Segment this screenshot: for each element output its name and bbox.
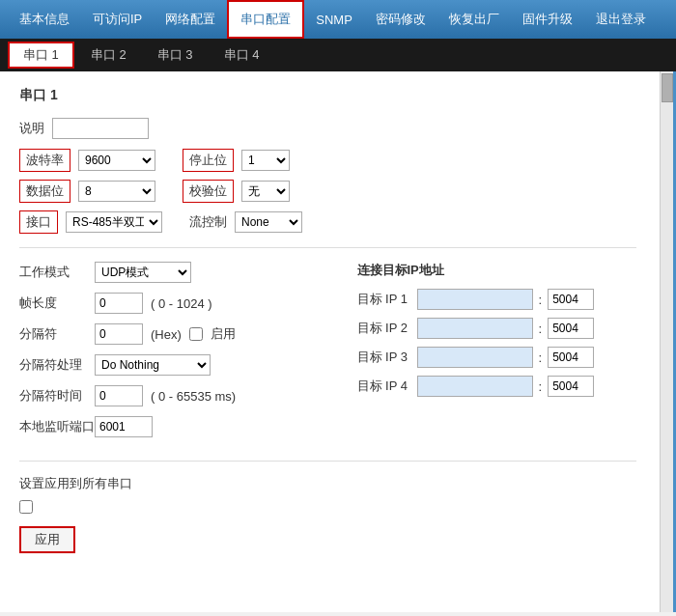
- parity-label: 校验位: [183, 180, 234, 203]
- target-ip2-input[interactable]: [417, 318, 533, 339]
- interface-flow-row: 接口 RS-485半双工 RS-232 RS-422全双工 流控制 None H…: [19, 210, 636, 234]
- nav-network-config[interactable]: 网络配置: [154, 0, 227, 39]
- nav-logout[interactable]: 退出登录: [584, 0, 658, 39]
- delim-proc-select[interactable]: Do Nothing Strip Delimiter Forward With …: [95, 354, 211, 376]
- local-port-row: 本地监听端口: [19, 416, 299, 437]
- desc-input[interactable]: [52, 118, 149, 139]
- target-ip1-label: 目标 IP 1: [357, 291, 411, 308]
- desc-row: 说明: [19, 118, 636, 139]
- target-ip1-port-sep: :: [539, 293, 543, 307]
- divider1: [19, 247, 636, 248]
- apply-all-checkbox-row: [19, 500, 636, 517]
- delim-proc-row: 分隔符处理 Do Nothing Strip Delimiter Forward…: [19, 354, 299, 376]
- baud-select[interactable]: 9600 300 600 1200 2400 4800 19200 38400 …: [78, 150, 155, 171]
- data-label: 数据位: [19, 180, 70, 203]
- work-mode-select[interactable]: UDP模式 TCP服务器 TCP客户端: [95, 262, 191, 283]
- nav-basic-info[interactable]: 基本信息: [8, 0, 81, 39]
- target-ip4-row: 目标 IP 4 :: [357, 376, 637, 397]
- target-ip3-row: 目标 IP 3 :: [357, 347, 637, 368]
- tab-bar: 串口 1 串口 2 串口 3 串口 4: [0, 39, 676, 71]
- target-ip3-input[interactable]: [417, 347, 533, 368]
- target-ip4-port-sep: :: [539, 379, 543, 394]
- apply-all-row: 设置应用到所有串口: [19, 475, 636, 492]
- target-ip1-row: 目标 IP 1 :: [357, 289, 637, 310]
- databit-parity-row: 数据位 8 5 6 7 校验位 无 奇 偶: [19, 180, 636, 203]
- baud-stopbit-row: 波特率 9600 300 600 1200 2400 4800 19200 38…: [19, 149, 636, 172]
- data-select[interactable]: 8 5 6 7: [78, 181, 155, 202]
- tab-port4[interactable]: 串口 4: [210, 42, 274, 69]
- apply-button[interactable]: 应用: [19, 526, 75, 553]
- nav-password-change[interactable]: 密码修改: [364, 0, 437, 39]
- nav-firmware-upgrade[interactable]: 固件升级: [511, 0, 584, 39]
- apply-all-label: 设置应用到所有串口: [19, 475, 132, 492]
- stop-label: 停止位: [183, 149, 234, 172]
- target-title: 连接目标IP地址: [357, 262, 637, 279]
- target-ip4-label: 目标 IP 4: [357, 378, 411, 395]
- interface-select[interactable]: RS-485半双工 RS-232 RS-422全双工: [66, 211, 162, 233]
- target-ip2-port-sep: :: [539, 322, 543, 336]
- tab-port2[interactable]: 串口 2: [76, 42, 141, 69]
- target-ip4-input[interactable]: [417, 376, 533, 397]
- local-port-input[interactable]: [95, 416, 153, 437]
- target-ip2-port-input[interactable]: [548, 318, 594, 339]
- section-title: 串口 1: [19, 87, 636, 104]
- tab-port1[interactable]: 串口 1: [8, 42, 74, 69]
- apply-all-checkbox[interactable]: [19, 500, 33, 514]
- frame-label: 帧长度: [19, 294, 87, 312]
- delim-time-row: 分隔符时间 ( 0 - 65535 ms): [19, 385, 299, 406]
- delim-time-input[interactable]: [95, 385, 143, 406]
- bottom-section: 设置应用到所有串口 应用: [19, 475, 636, 553]
- tab-port3[interactable]: 串口 3: [143, 42, 208, 69]
- baud-label: 波特率: [19, 149, 70, 172]
- work-left: 工作模式 UDP模式 TCP服务器 TCP客户端 帧长度 ( 0 - 1024 …: [19, 262, 299, 447]
- nav-snmp[interactable]: SNMP: [304, 0, 364, 39]
- desc-label: 说明: [19, 120, 44, 137]
- nav-serial-config[interactable]: 串口配置: [227, 0, 304, 39]
- parity-select[interactable]: 无 奇 偶: [241, 181, 290, 202]
- stop-select[interactable]: 1 2: [241, 150, 290, 171]
- target-ip1-input[interactable]: [417, 289, 533, 310]
- target-ip3-label: 目标 IP 3: [357, 349, 411, 366]
- delim-enable-label: 启用: [211, 325, 236, 343]
- flow-select[interactable]: None Hardware Software: [235, 211, 302, 233]
- main-content: 串口 1 说明 波特率 9600 300 600 1200 2400 4800 …: [0, 71, 676, 612]
- frame-range: ( 0 - 1024 ): [151, 296, 212, 311]
- delim-time-range: ( 0 - 65535 ms): [151, 389, 236, 404]
- target-ip1-port-input[interactable]: [548, 289, 594, 310]
- work-mode-row: 工作模式 UDP模式 TCP服务器 TCP客户端: [19, 262, 299, 283]
- work-right: 连接目标IP地址 目标 IP 1 : 目标 IP 2 : 目标: [357, 262, 637, 447]
- target-ip2-row: 目标 IP 2 :: [357, 318, 637, 339]
- delim-row: 分隔符 (Hex) 启用: [19, 323, 299, 345]
- target-ip2-label: 目标 IP 2: [357, 320, 411, 337]
- local-port-label: 本地监听端口: [19, 418, 87, 435]
- work-mode-label: 工作模式: [19, 264, 87, 281]
- delim-label: 分隔符: [19, 325, 87, 343]
- target-ip3-port-input[interactable]: [548, 347, 594, 368]
- scrollbar-thumb: [662, 73, 673, 102]
- delim-hex: (Hex): [151, 327, 182, 342]
- delim-proc-label: 分隔符处理: [19, 356, 87, 374]
- flow-label: 流控制: [189, 213, 227, 231]
- scrollbar[interactable]: [660, 71, 673, 612]
- target-ip3-port-sep: :: [539, 350, 543, 365]
- nav-accessible-ip[interactable]: 可访问IP: [81, 0, 154, 39]
- frame-input[interactable]: [95, 293, 143, 314]
- divider2: [19, 461, 636, 462]
- nav-factory-restore[interactable]: 恢复出厂: [437, 0, 511, 39]
- delim-time-label: 分隔符时间: [19, 387, 87, 405]
- delim-input[interactable]: [95, 323, 143, 345]
- target-ip4-port-input[interactable]: [548, 376, 594, 397]
- frame-row: 帧长度 ( 0 - 1024 ): [19, 293, 299, 314]
- top-nav: 基本信息 可访问IP 网络配置 串口配置 SNMP 密码修改 恢复出厂 固件升级…: [0, 0, 676, 39]
- delim-enable-checkbox[interactable]: [189, 327, 203, 341]
- interface-label: 接口: [19, 210, 58, 234]
- work-section: 工作模式 UDP模式 TCP服务器 TCP客户端 帧长度 ( 0 - 1024 …: [19, 262, 636, 447]
